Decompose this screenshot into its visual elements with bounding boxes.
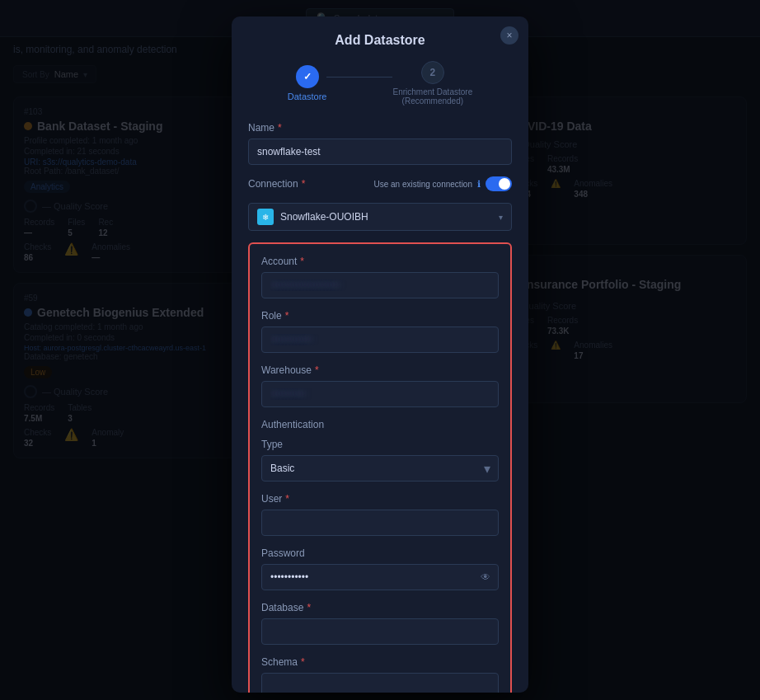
warehouse-field-group: Warehouse *: [261, 364, 499, 407]
connection-value: Snowflake-OUOIBH: [280, 211, 492, 223]
connection-label: Connection *: [248, 178, 305, 190]
warehouse-label: Warehouse *: [261, 364, 499, 376]
user-field-group: User *: [261, 493, 499, 536]
credentials-section: Account * Role * Warehouse: [248, 242, 512, 693]
role-input[interactable]: [261, 327, 499, 353]
authentication-section: Authentication Type Basic OAuth Key Pair: [261, 419, 499, 590]
step-1: ✓ Datastore: [288, 65, 327, 101]
step-2-number: 2: [430, 67, 436, 78]
modal-header: × Add Datastore ✓ Datastore 2 Enrichment…: [232, 16, 528, 106]
user-label: User *: [261, 493, 499, 505]
schema-label: Schema *: [261, 656, 499, 668]
type-field-group: Type Basic OAuth Key Pair: [261, 439, 499, 482]
step-1-label: Datastore: [288, 92, 327, 101]
stepper: ✓ Datastore 2 Enrichment Datastore (Reco…: [248, 61, 512, 106]
type-label: Type: [261, 439, 499, 450]
step-divider: [326, 77, 392, 78]
info-icon: ℹ: [477, 179, 481, 190]
eye-icon: 👁: [481, 571, 490, 583]
password-field-group: Password 👁: [261, 547, 499, 590]
modal-overlay: × Add Datastore ✓ Datastore 2 Enrichment…: [0, 0, 760, 700]
name-field-group: Name *: [248, 122, 512, 165]
role-label: Role *: [261, 310, 499, 322]
toggle-switch[interactable]: [486, 176, 512, 191]
name-label: Name *: [248, 122, 512, 134]
password-wrapper: 👁: [261, 564, 499, 590]
connection-row: Connection * Use an existing connection …: [248, 176, 512, 191]
password-input[interactable]: [261, 564, 499, 590]
database-label: Database *: [261, 602, 499, 613]
password-label: Password: [261, 547, 499, 559]
modal-title: Add Datastore: [248, 33, 512, 48]
snowflake-select[interactable]: ❄ Snowflake-OUOIBH ▾: [248, 203, 512, 231]
connection-select-group: ❄ Snowflake-OUOIBH ▾: [248, 203, 512, 231]
existing-connection-toggle[interactable]: Use an existing connection ℹ: [373, 176, 512, 191]
database-input[interactable]: [261, 618, 499, 645]
step-1-check-icon: ✓: [303, 71, 312, 82]
add-datastore-modal: × Add Datastore ✓ Datastore 2 Enrichment…: [232, 16, 528, 693]
schema-input[interactable]: [261, 673, 499, 693]
step-2-label: Enrichment Datastore (Recommended): [392, 87, 472, 106]
account-field-group: Account *: [261, 256, 499, 298]
step-1-circle: ✓: [296, 65, 319, 88]
account-input[interactable]: [261, 272, 499, 298]
modal-close-button[interactable]: ×: [500, 26, 518, 45]
warehouse-input[interactable]: [261, 381, 499, 407]
snowflake-icon: ❄: [257, 209, 274, 225]
authentication-label: Authentication: [261, 419, 499, 430]
step-2: 2 Enrichment Datastore (Recommended): [392, 61, 472, 106]
step-2-circle: 2: [421, 61, 444, 84]
select-chevron-icon: ▾: [499, 213, 503, 222]
name-input[interactable]: [248, 139, 512, 165]
role-field-group: Role *: [261, 310, 499, 353]
name-required: *: [278, 122, 282, 134]
type-select-wrapper: Basic OAuth Key Pair: [261, 455, 499, 482]
type-select[interactable]: Basic OAuth Key Pair: [261, 455, 499, 482]
schema-field-group: Schema *: [261, 656, 499, 693]
user-input[interactable]: [261, 510, 499, 536]
database-field-group: Database *: [261, 602, 499, 645]
toggle-knob: [499, 178, 510, 190]
modal-body: Name * Connection * Use an existing conn…: [232, 122, 528, 693]
account-label: Account *: [261, 256, 499, 267]
